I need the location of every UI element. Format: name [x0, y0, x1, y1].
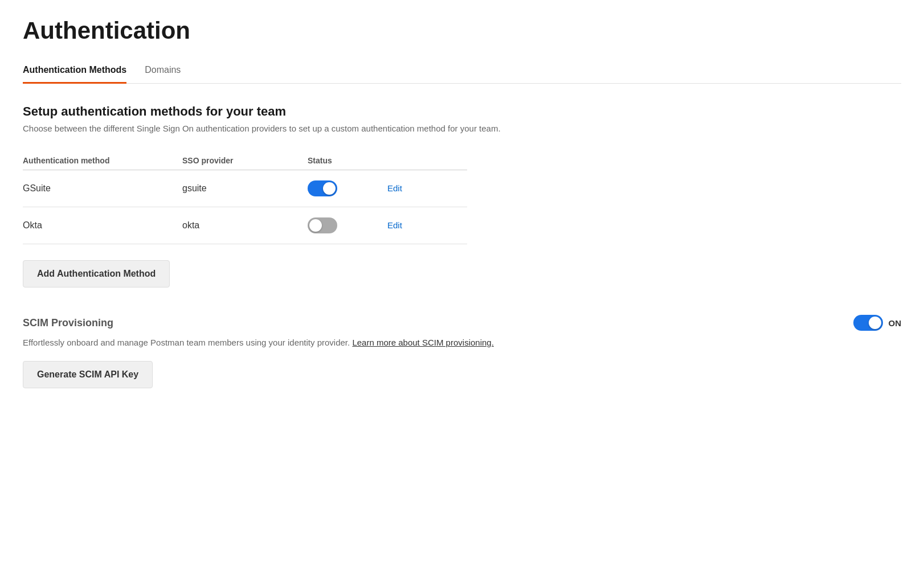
scim-learn-more-link[interactable]: Learn more about SCIM provisioning. — [352, 338, 493, 347]
toggle-scim[interactable] — [853, 315, 883, 331]
scim-toggle-row: ON — [853, 315, 902, 331]
add-authentication-method-button[interactable]: Add Authentication Method — [23, 260, 170, 288]
edit-okta-cell: Edit — [387, 220, 433, 231]
edit-gsuite-cell: Edit — [387, 183, 433, 194]
sso-provider-gsuite: gsuite — [182, 183, 308, 194]
setup-section-title: Setup authentication methods for your te… — [23, 104, 901, 119]
toggle-okta[interactable] — [308, 217, 337, 233]
scim-description: Effortlessly onboard and manage Postman … — [23, 338, 901, 347]
table-row: GSuite gsuite Edit — [23, 170, 467, 207]
setup-section: Setup authentication methods for your te… — [23, 104, 901, 133]
table-row: Okta okta Edit — [23, 207, 467, 244]
auth-method-okta: Okta — [23, 220, 182, 231]
scim-description-text: Effortlessly onboard and manage Postman … — [23, 338, 350, 347]
tab-domains[interactable]: Domains — [145, 58, 181, 84]
generate-scim-api-key-button[interactable]: Generate SCIM API Key — [23, 361, 153, 388]
scim-on-label: ON — [889, 318, 902, 328]
table-header-row: Authentication method SSO provider Statu… — [23, 151, 467, 170]
page-title: Authentication — [23, 17, 901, 44]
edit-gsuite-link[interactable]: Edit — [387, 183, 402, 193]
scim-header: SCIM Provisioning ON — [23, 315, 901, 331]
status-toggle-okta-cell — [308, 217, 387, 233]
auth-methods-table: Authentication method SSO provider Statu… — [23, 151, 467, 244]
status-toggle-gsuite-cell — [308, 180, 387, 196]
tab-authentication-methods[interactable]: Authentication Methods — [23, 58, 126, 84]
col-sso-provider: SSO provider — [182, 156, 308, 165]
scim-section: SCIM Provisioning ON Effortlessly onboar… — [23, 315, 901, 388]
tabs-nav: Authentication Methods Domains — [23, 58, 901, 84]
setup-section-description: Choose between the different Single Sign… — [23, 124, 901, 133]
auth-method-gsuite: GSuite — [23, 183, 182, 194]
toggle-gsuite[interactable] — [308, 180, 337, 196]
col-action — [387, 156, 433, 165]
col-status: Status — [308, 156, 387, 165]
scim-title: SCIM Provisioning — [23, 317, 113, 329]
sso-provider-okta: okta — [182, 220, 308, 231]
edit-okta-link[interactable]: Edit — [387, 220, 402, 230]
col-auth-method: Authentication method — [23, 156, 182, 165]
